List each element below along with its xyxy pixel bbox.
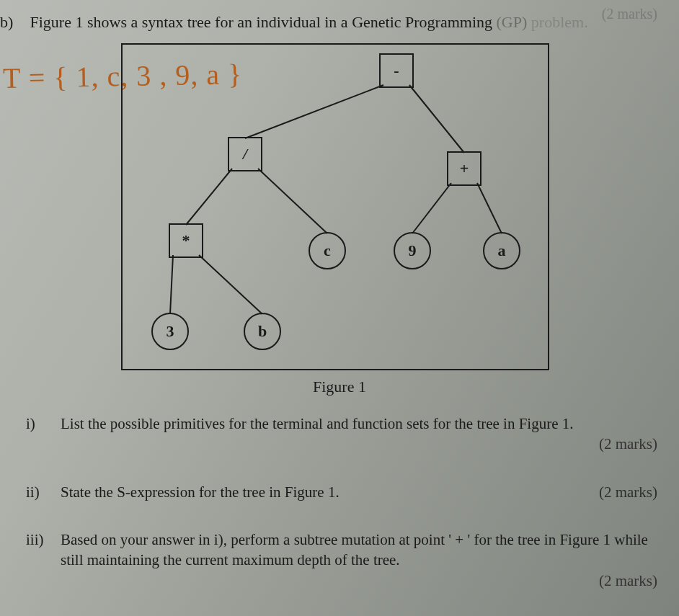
node-terminal-3: 3 <box>151 313 189 350</box>
top-right-marks: (2 marks) <box>602 6 657 22</box>
node-label: - <box>394 61 399 80</box>
svg-line-1 <box>409 85 464 153</box>
question-iii-marks: (2 marks) <box>61 571 657 591</box>
question-part-b-stem: b) Figure 1 shows a syntax tree for an i… <box>0 13 588 32</box>
node-label: * <box>182 231 190 250</box>
node-terminal-b: b <box>244 313 281 350</box>
question-ii-text: State the S-expression for the tree in F… <box>61 482 340 502</box>
node-root-minus: - <box>379 53 414 88</box>
node-label: + <box>460 159 469 178</box>
node-label: a <box>498 241 506 260</box>
question-i: i) List the possible primitives for the … <box>26 414 657 455</box>
question-iii-text: Based on your answer in i), perform a su… <box>61 531 648 568</box>
svg-line-3 <box>258 169 327 233</box>
part-b-text-faded-2: problem. <box>531 13 588 31</box>
question-i-text: List the possible primitives for the ter… <box>61 415 574 432</box>
question-iii: iii) Based on your answer in i), perform… <box>26 530 657 591</box>
question-iii-number: iii) <box>26 530 55 550</box>
question-i-number: i) <box>26 414 55 434</box>
svg-line-6 <box>170 255 173 314</box>
node-label: 9 <box>409 241 417 260</box>
question-ii-marks: (2 marks) <box>599 482 657 502</box>
figure-1-box: - / + * c 9 a 3 b <box>121 43 549 370</box>
figure-1-caption: Figure 1 <box>0 378 679 396</box>
svg-line-5 <box>477 183 502 233</box>
node-terminal-9: 9 <box>394 232 431 269</box>
node-terminal-a: a <box>483 232 520 269</box>
svg-line-7 <box>199 255 262 314</box>
question-ii: ii) State the S-expression for the tree … <box>26 482 657 502</box>
node-divide: / <box>228 137 262 171</box>
page: (2 marks) b) Figure 1 shows a syntax tre… <box>0 0 679 616</box>
node-label: b <box>258 322 267 341</box>
part-b-text-faded-1: (GP) <box>497 13 531 31</box>
node-label: 3 <box>167 322 174 341</box>
svg-line-4 <box>412 183 451 233</box>
node-terminal-c: c <box>309 232 346 269</box>
node-multiply: * <box>169 223 203 258</box>
question-i-marks: (2 marks) <box>61 434 657 454</box>
svg-line-2 <box>186 169 232 225</box>
node-label: c <box>324 241 331 260</box>
part-b-number: b) <box>0 13 26 32</box>
question-ii-number: ii) <box>26 482 55 502</box>
part-b-text: Figure 1 shows a syntax tree for an indi… <box>30 13 497 31</box>
tree-edges <box>123 45 548 369</box>
sub-questions: i) List the possible primitives for the … <box>26 414 657 616</box>
svg-line-0 <box>245 85 383 138</box>
node-label: / <box>243 145 247 164</box>
node-plus: + <box>447 151 481 186</box>
